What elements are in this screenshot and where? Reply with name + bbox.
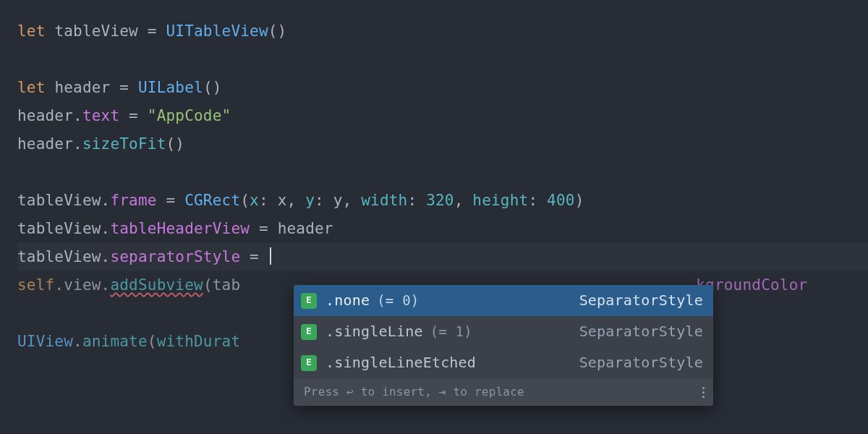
property: text [82, 107, 119, 124]
autocomplete-hint-bar: Press ↩ to insert, ⇥ to replace [294, 378, 713, 406]
code-line[interactable]: tableView.frame = CGRect(x: x, y: y, wid… [17, 187, 868, 215]
string-literal: "AppCode" [148, 107, 231, 124]
autocomplete-popup[interactable]: E .none (= 0) SeparatorStyle E .singleLi… [294, 285, 713, 406]
type-name: UILabel [138, 79, 203, 96]
blank-line [17, 46, 868, 74]
code-line[interactable]: let header = UILabel() [17, 74, 868, 102]
identifier: tableView [54, 22, 138, 40]
code-line[interactable]: let tableView = UITableView() [17, 17, 868, 46]
code-line[interactable]: tableView.tableHeaderView = header [17, 215, 868, 243]
autocomplete-item-selected[interactable]: E .none (= 0) SeparatorStyle [294, 285, 713, 316]
code-line[interactable]: header.sizeToFit() [17, 130, 868, 158]
type-name: UIView [17, 333, 73, 350]
enum-badge-icon: E [301, 293, 317, 309]
code-editor[interactable]: let tableView = UITableView() let header… [0, 0, 868, 373]
type-name: UITableView [166, 22, 268, 40]
completion-name: .singleLineEtched [326, 349, 476, 376]
type-name: CGRect [184, 192, 240, 209]
enum-badge-icon: E [301, 355, 317, 371]
completion-type: SeparatorStyle [579, 318, 703, 345]
completion-name: .none [326, 287, 370, 314]
completion-type: SeparatorStyle [579, 287, 703, 314]
property: frame [110, 192, 156, 209]
enter-key-icon: ↩ [346, 385, 354, 399]
more-options-icon[interactable] [702, 386, 705, 399]
blank-line [17, 158, 868, 187]
property: tableHeaderView [110, 220, 250, 237]
number-literal: 320 [426, 192, 454, 209]
method-call: sizeToFit [82, 135, 166, 153]
enum-badge-icon: E [301, 324, 317, 340]
tab-key-icon: ⇥ [439, 385, 446, 399]
method-call: animate [82, 333, 148, 350]
method-call-error: addSubview [110, 276, 203, 294]
completion-type: SeparatorStyle [579, 349, 703, 376]
keyword-let: let [17, 22, 46, 40]
keyword-let: let [17, 79, 46, 96]
hint-text: Press ↩ to insert, ⇥ to replace [304, 381, 524, 403]
completion-detail: (= 1) [430, 319, 472, 344]
number-literal: 400 [547, 192, 575, 209]
completion-detail: (= 0) [377, 288, 419, 313]
code-line-active[interactable]: tableView.separatorStyle = [17, 243, 868, 271]
completion-name: .singleLine [326, 318, 423, 345]
code-line[interactable]: header.text = "AppCode" [17, 102, 868, 130]
text-caret [270, 247, 271, 265]
keyword-self: self [17, 276, 54, 294]
autocomplete-item[interactable]: E .singleLine (= 1) SeparatorStyle [294, 316, 713, 347]
property: separatorStyle [110, 248, 240, 265]
autocomplete-item[interactable]: E .singleLineEtched SeparatorStyle [294, 347, 713, 378]
